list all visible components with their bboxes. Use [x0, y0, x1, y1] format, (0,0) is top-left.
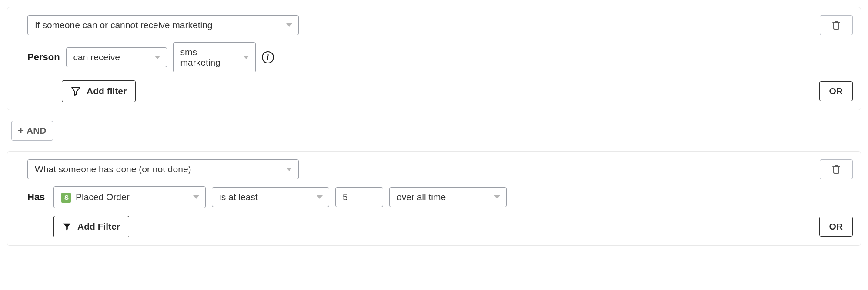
- event-select[interactable]: S Placed Order: [53, 186, 206, 208]
- chevron-down-icon: [243, 56, 249, 59]
- condition-type-select[interactable]: What someone has done (or not done): [27, 159, 299, 179]
- has-condition-row: Has S Placed Order is at least over all …: [27, 186, 853, 208]
- chevron-down-icon: [193, 195, 199, 199]
- filter-actions-left: Add filter: [62, 80, 136, 102]
- count-input[interactable]: [335, 187, 383, 207]
- comparator-select[interactable]: is at least: [212, 187, 329, 207]
- and-label: AND: [27, 125, 47, 136]
- comparator-option-label: is at least: [219, 192, 258, 202]
- segment-builder: If someone can or cannot receive marketi…: [7, 7, 861, 246]
- chevron-down-icon: [494, 195, 500, 199]
- or-button[interactable]: OR: [819, 81, 853, 101]
- person-label: Person: [27, 52, 60, 63]
- and-connector: + AND: [30, 110, 861, 151]
- chevron-down-icon: [286, 23, 292, 27]
- condition-top-row: If someone can or cannot receive marketi…: [27, 15, 853, 35]
- delete-button[interactable]: [820, 15, 853, 35]
- add-filter-button[interactable]: Add Filter: [53, 216, 129, 237]
- add-filter-label: Add Filter: [77, 221, 120, 232]
- chevron-down-icon: [286, 168, 292, 171]
- condition-block-marketing: If someone can or cannot receive marketi…: [7, 7, 861, 110]
- plus-icon: +: [18, 125, 24, 136]
- trash-icon: [832, 165, 840, 174]
- condition-type-select[interactable]: If someone can or cannot receive marketi…: [27, 15, 299, 35]
- channel-option-label: sms marketing: [180, 47, 236, 68]
- event-option-label: Placed Order: [76, 192, 130, 202]
- condition-type-label: What someone has done (or not done): [35, 164, 191, 175]
- filter-icon: [71, 86, 80, 96]
- shopify-icon: S: [61, 191, 71, 203]
- trash-icon: [832, 21, 840, 30]
- chevron-down-icon: [317, 195, 323, 199]
- or-label: OR: [829, 221, 843, 231]
- person-condition-row: Person can receive sms marketing i: [27, 42, 853, 72]
- delete-button[interactable]: [820, 159, 853, 179]
- receive-option-label: can receive: [73, 52, 120, 63]
- and-button[interactable]: + AND: [11, 121, 53, 141]
- chevron-down-icon: [154, 56, 160, 59]
- filter-actions-left: Add Filter: [53, 216, 129, 237]
- receive-select[interactable]: can receive: [66, 47, 167, 67]
- add-filter-label: Add filter: [87, 86, 127, 96]
- add-filter-button[interactable]: Add filter: [62, 80, 136, 102]
- condition-top-row: What someone has done (or not done): [27, 159, 853, 179]
- or-button[interactable]: OR: [819, 217, 853, 237]
- filter-actions-row: Add filter OR: [27, 80, 853, 102]
- time-range-select[interactable]: over all time: [389, 187, 507, 207]
- channel-select[interactable]: sms marketing: [173, 42, 256, 72]
- condition-type-label: If someone can or cannot receive marketi…: [35, 20, 213, 30]
- filter-icon: [63, 222, 71, 231]
- has-label: Has: [27, 191, 47, 203]
- condition-block-activity: What someone has done (or not done) Has …: [7, 151, 861, 246]
- info-icon[interactable]: i: [262, 51, 274, 63]
- or-label: OR: [829, 86, 843, 96]
- time-option-label: over all time: [397, 192, 446, 202]
- filter-actions-row: Add Filter OR: [27, 216, 853, 237]
